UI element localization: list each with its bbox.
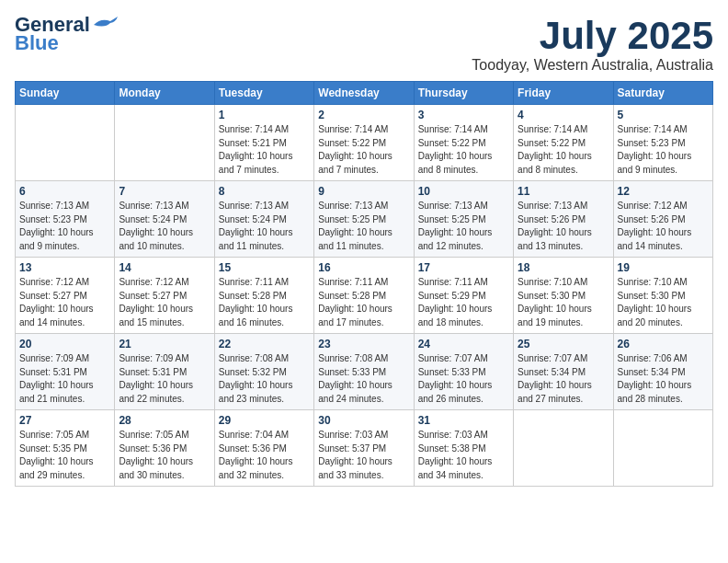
day-cell (613, 410, 712, 487)
weekday-header-tuesday: Tuesday (214, 82, 313, 105)
day-number: 9 (318, 185, 409, 198)
calendar-table: SundayMondayTuesdayWednesdayThursdayFrid… (15, 81, 713, 487)
day-info: Sunrise: 7:14 AM Sunset: 5:23 PM Dayligh… (618, 123, 709, 177)
weekday-header-thursday: Thursday (414, 82, 513, 105)
day-cell: 14Sunrise: 7:12 AM Sunset: 5:27 PM Dayli… (115, 258, 214, 334)
day-number: 25 (518, 338, 609, 350)
day-cell: 28Sunrise: 7:05 AM Sunset: 5:36 PM Dayli… (115, 410, 214, 487)
day-cell: 11Sunrise: 7:13 AM Sunset: 5:26 PM Dayli… (514, 181, 613, 258)
page-header: General Blue July 2025 Toodyay, Western … (15, 15, 713, 74)
day-cell (16, 105, 115, 181)
day-cell: 7Sunrise: 7:13 AM Sunset: 5:24 PM Daylig… (115, 181, 214, 258)
day-number: 30 (318, 414, 409, 427)
day-cell: 18Sunrise: 7:10 AM Sunset: 5:30 PM Dayli… (514, 258, 613, 334)
week-row-3: 13Sunrise: 7:12 AM Sunset: 5:27 PM Dayli… (16, 258, 713, 334)
day-info: Sunrise: 7:09 AM Sunset: 5:31 PM Dayligh… (119, 352, 210, 406)
day-info: Sunrise: 7:13 AM Sunset: 5:25 PM Dayligh… (418, 200, 509, 253)
day-info: Sunrise: 7:13 AM Sunset: 5:23 PM Dayligh… (19, 200, 110, 253)
week-row-1: 1Sunrise: 7:14 AM Sunset: 5:21 PM Daylig… (16, 105, 713, 181)
day-number: 15 (219, 261, 310, 274)
day-info: Sunrise: 7:13 AM Sunset: 5:24 PM Dayligh… (219, 200, 310, 253)
day-number: 31 (418, 414, 509, 427)
day-number: 2 (318, 109, 409, 121)
day-number: 18 (518, 261, 609, 274)
day-info: Sunrise: 7:08 AM Sunset: 5:32 PM Dayligh… (219, 352, 310, 406)
weekday-header-row: SundayMondayTuesdayWednesdayThursdayFrid… (16, 82, 713, 105)
day-cell: 9Sunrise: 7:13 AM Sunset: 5:25 PM Daylig… (314, 181, 414, 258)
day-info: Sunrise: 7:12 AM Sunset: 5:27 PM Dayligh… (119, 276, 210, 329)
day-info: Sunrise: 7:14 AM Sunset: 5:22 PM Dayligh… (518, 123, 609, 177)
day-cell: 13Sunrise: 7:12 AM Sunset: 5:27 PM Dayli… (16, 258, 115, 334)
day-cell: 1Sunrise: 7:14 AM Sunset: 5:21 PM Daylig… (214, 105, 313, 181)
day-number: 7 (119, 185, 210, 198)
day-info: Sunrise: 7:05 AM Sunset: 5:36 PM Dayligh… (119, 429, 210, 482)
day-number: 3 (418, 109, 509, 121)
day-number: 14 (119, 261, 210, 274)
logo-blue: Blue (15, 31, 59, 55)
day-cell: 12Sunrise: 7:12 AM Sunset: 5:26 PM Dayli… (613, 181, 712, 258)
day-info: Sunrise: 7:08 AM Sunset: 5:33 PM Dayligh… (318, 352, 409, 406)
day-info: Sunrise: 7:14 AM Sunset: 5:21 PM Dayligh… (219, 123, 310, 177)
day-number: 28 (119, 414, 210, 427)
day-cell: 2Sunrise: 7:14 AM Sunset: 5:22 PM Daylig… (314, 105, 414, 181)
day-cell: 16Sunrise: 7:11 AM Sunset: 5:28 PM Dayli… (314, 258, 414, 334)
day-cell: 19Sunrise: 7:10 AM Sunset: 5:30 PM Dayli… (613, 258, 712, 334)
weekday-header-sunday: Sunday (16, 82, 115, 105)
day-cell: 10Sunrise: 7:13 AM Sunset: 5:25 PM Dayli… (414, 181, 513, 258)
day-info: Sunrise: 7:11 AM Sunset: 5:28 PM Dayligh… (219, 276, 310, 329)
day-number: 5 (618, 109, 709, 121)
day-info: Sunrise: 7:10 AM Sunset: 5:30 PM Dayligh… (518, 276, 609, 329)
day-cell: 15Sunrise: 7:11 AM Sunset: 5:28 PM Dayli… (214, 258, 313, 334)
day-number: 22 (219, 338, 310, 350)
day-number: 19 (618, 261, 709, 274)
day-number: 17 (418, 261, 509, 274)
title-block: July 2025 Toodyay, Western Australia, Au… (472, 15, 713, 74)
day-cell (514, 410, 613, 487)
day-info: Sunrise: 7:12 AM Sunset: 5:26 PM Dayligh… (618, 200, 709, 253)
day-cell (115, 105, 214, 181)
weekday-header-saturday: Saturday (613, 82, 712, 105)
day-info: Sunrise: 7:11 AM Sunset: 5:29 PM Dayligh… (418, 276, 509, 329)
day-cell: 26Sunrise: 7:06 AM Sunset: 5:34 PM Dayli… (613, 334, 712, 410)
day-number: 24 (418, 338, 509, 350)
week-row-5: 27Sunrise: 7:05 AM Sunset: 5:35 PM Dayli… (16, 410, 713, 487)
weekday-header-wednesday: Wednesday (314, 82, 414, 105)
day-cell: 5Sunrise: 7:14 AM Sunset: 5:23 PM Daylig… (613, 105, 712, 181)
week-row-2: 6Sunrise: 7:13 AM Sunset: 5:23 PM Daylig… (16, 181, 713, 258)
day-cell: 23Sunrise: 7:08 AM Sunset: 5:33 PM Dayli… (314, 334, 414, 410)
day-info: Sunrise: 7:03 AM Sunset: 5:37 PM Dayligh… (318, 429, 409, 482)
day-cell: 31Sunrise: 7:03 AM Sunset: 5:38 PM Dayli… (414, 410, 513, 487)
day-number: 20 (19, 338, 110, 350)
day-info: Sunrise: 7:07 AM Sunset: 5:34 PM Dayligh… (518, 352, 609, 406)
day-number: 10 (418, 185, 509, 198)
day-info: Sunrise: 7:03 AM Sunset: 5:38 PM Dayligh… (418, 429, 509, 482)
day-cell: 27Sunrise: 7:05 AM Sunset: 5:35 PM Dayli… (16, 410, 115, 487)
day-cell: 6Sunrise: 7:13 AM Sunset: 5:23 PM Daylig… (16, 181, 115, 258)
day-number: 23 (318, 338, 409, 350)
day-number: 12 (618, 185, 709, 198)
day-number: 6 (19, 185, 110, 198)
day-number: 26 (618, 338, 709, 350)
logo-bird-icon (92, 16, 119, 34)
day-cell: 20Sunrise: 7:09 AM Sunset: 5:31 PM Dayli… (16, 334, 115, 410)
week-row-4: 20Sunrise: 7:09 AM Sunset: 5:31 PM Dayli… (16, 334, 713, 410)
day-cell: 8Sunrise: 7:13 AM Sunset: 5:24 PM Daylig… (214, 181, 313, 258)
day-cell: 4Sunrise: 7:14 AM Sunset: 5:22 PM Daylig… (514, 105, 613, 181)
day-number: 21 (119, 338, 210, 350)
day-number: 16 (318, 261, 409, 274)
logo: General Blue (15, 15, 119, 55)
day-cell: 3Sunrise: 7:14 AM Sunset: 5:22 PM Daylig… (414, 105, 513, 181)
day-cell: 21Sunrise: 7:09 AM Sunset: 5:31 PM Dayli… (115, 334, 214, 410)
day-info: Sunrise: 7:13 AM Sunset: 5:25 PM Dayligh… (318, 200, 409, 253)
day-cell: 22Sunrise: 7:08 AM Sunset: 5:32 PM Dayli… (214, 334, 313, 410)
day-cell: 17Sunrise: 7:11 AM Sunset: 5:29 PM Dayli… (414, 258, 513, 334)
day-info: Sunrise: 7:10 AM Sunset: 5:30 PM Dayligh… (618, 276, 709, 329)
day-info: Sunrise: 7:14 AM Sunset: 5:22 PM Dayligh… (418, 123, 509, 177)
day-info: Sunrise: 7:12 AM Sunset: 5:27 PM Dayligh… (19, 276, 110, 329)
day-info: Sunrise: 7:09 AM Sunset: 5:31 PM Dayligh… (19, 352, 110, 406)
day-cell: 29Sunrise: 7:04 AM Sunset: 5:36 PM Dayli… (214, 410, 313, 487)
day-number: 29 (219, 414, 310, 427)
day-number: 11 (518, 185, 609, 198)
day-cell: 25Sunrise: 7:07 AM Sunset: 5:34 PM Dayli… (514, 334, 613, 410)
day-info: Sunrise: 7:11 AM Sunset: 5:28 PM Dayligh… (318, 276, 409, 329)
